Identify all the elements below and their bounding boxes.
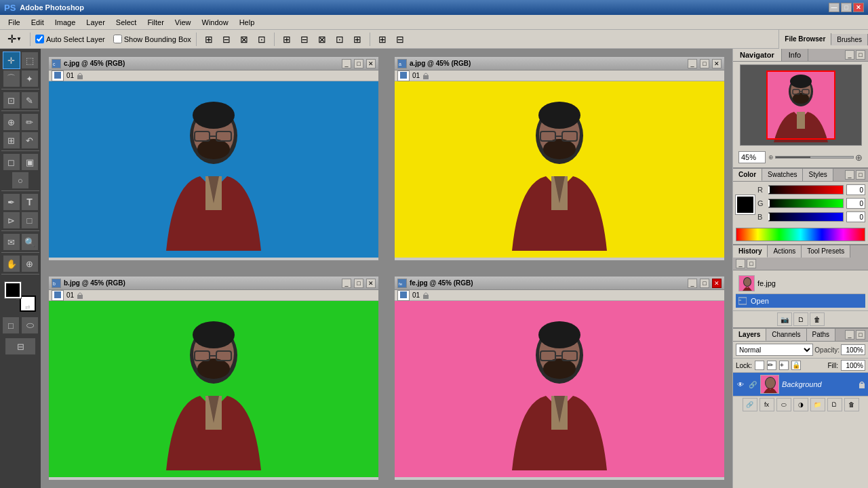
navigator-tab[interactable]: Navigator <box>733 49 782 61</box>
menu-filter[interactable]: Filter <box>142 17 169 28</box>
distribute-btn-2[interactable]: ⊟ <box>393 32 408 47</box>
marquee-tool[interactable]: ⬚ <box>21 52 39 69</box>
tool-presets-tab[interactable]: Tool Presets <box>802 245 850 258</box>
magic-wand-tool[interactable]: ✦ <box>21 70 39 87</box>
zoom-tool[interactable]: ⊕ <box>21 255 39 272</box>
layers-minimize-btn[interactable]: _ <box>845 330 854 340</box>
nav-minimize-btn[interactable]: _ <box>845 50 854 60</box>
minimize-button[interactable]: — <box>829 3 840 12</box>
doc-close-b[interactable]: ✕ <box>366 279 376 288</box>
g-value[interactable] <box>846 198 865 209</box>
dodge-tool[interactable]: ○ <box>12 171 29 189</box>
layer-visibility-btn[interactable]: 👁 <box>736 380 745 389</box>
new-layer-btn[interactable]: 🗋 <box>827 398 842 411</box>
menu-window[interactable]: Window <box>197 17 234 28</box>
heal-tool[interactable]: ⊕ <box>3 113 20 131</box>
fg-color-picker[interactable] <box>736 195 755 214</box>
layer-mode-select[interactable]: Normal Multiply Screen Overlay <box>736 344 813 356</box>
maximize-button[interactable]: □ <box>841 3 852 12</box>
align-btn-5[interactable]: ⊞ <box>350 32 365 47</box>
show-bounding-box-label[interactable]: Show Bounding Box <box>113 35 191 43</box>
swatches-tab[interactable]: Swatches <box>762 169 803 181</box>
layer-folder-btn[interactable]: 📁 <box>810 398 825 411</box>
doc-minimize-fe[interactable]: _ <box>688 279 697 288</box>
r-slider-thumb[interactable] <box>768 186 770 193</box>
notes-tool[interactable]: ✉ <box>3 233 20 251</box>
close-button[interactable]: ✕ <box>853 3 864 12</box>
standard-mode-btn[interactable]: □ <box>2 317 20 334</box>
channels-tab[interactable]: Channels <box>766 329 806 341</box>
distribute-btn-1[interactable]: ⊞ <box>375 32 390 47</box>
eyedropper-tool[interactable]: ✎ <box>21 92 39 109</box>
doc-restore-a[interactable]: □ <box>700 59 709 68</box>
create-doc-btn[interactable]: 🗋 <box>793 312 808 326</box>
menu-file[interactable]: File <box>3 17 26 28</box>
transform-btn-3[interactable]: ⊠ <box>237 32 252 47</box>
hand-tool[interactable]: ✋ <box>3 255 20 272</box>
file-browser-tab[interactable]: File Browser <box>779 33 831 45</box>
layer-mask-btn[interactable]: ⬭ <box>776 398 791 411</box>
layer-adjustment-btn[interactable]: ◑ <box>793 398 808 411</box>
lock-all-btn[interactable]: 🔒 <box>791 361 801 370</box>
doc-minimize-b[interactable]: _ <box>342 279 351 288</box>
doc-restore-b[interactable]: □ <box>354 279 363 288</box>
pen-tool[interactable]: ✒ <box>3 193 20 211</box>
auto-select-layer-label[interactable]: Auto Select Layer <box>35 35 105 43</box>
quick-mask-btn[interactable]: ⬭ <box>21 317 39 334</box>
history-tab[interactable]: History <box>733 245 768 258</box>
auto-select-checkbox[interactable] <box>35 35 44 43</box>
move-tool-icon[interactable]: ✛▼ <box>4 32 25 47</box>
doc-close-c[interactable]: ✕ <box>366 59 376 68</box>
actions-tab[interactable]: Actions <box>768 245 802 258</box>
doc-restore-c[interactable]: □ <box>354 59 363 68</box>
swap-colors-icon[interactable]: ⇄ <box>25 304 31 310</box>
new-snapshot-btn[interactable]: 📷 <box>777 312 792 326</box>
doc-close-fe[interactable]: ✕ <box>712 279 722 288</box>
screen-mode-btn[interactable]: ⊟ <box>5 338 36 355</box>
brushes-tab[interactable]: Brushes <box>831 34 868 45</box>
align-btn-1[interactable]: ⊞ <box>279 32 294 47</box>
color-tab[interactable]: Color <box>733 169 762 181</box>
lock-transparency-btn[interactable] <box>755 361 764 370</box>
brush-tool[interactable]: ✏ <box>21 113 39 131</box>
doc-restore-fe[interactable]: □ <box>700 279 709 288</box>
show-bounding-box-checkbox[interactable] <box>113 35 122 43</box>
stamp-tool[interactable]: ⊞ <box>3 131 20 149</box>
align-btn-4[interactable]: ⊡ <box>332 32 347 47</box>
text-tool[interactable]: T <box>21 193 39 211</box>
fill-input[interactable] <box>841 360 865 371</box>
r-value[interactable] <box>846 184 865 195</box>
paths-tab[interactable]: Paths <box>807 329 836 341</box>
shape-tool[interactable]: □ <box>21 211 39 229</box>
layers-tab[interactable]: Layers <box>733 329 766 341</box>
menu-image[interactable]: Image <box>50 17 81 28</box>
foreground-color-swatch[interactable] <box>5 282 21 298</box>
lock-pixels-btn[interactable]: ✏ <box>767 361 776 370</box>
delete-history-btn[interactable]: 🗑 <box>810 312 825 326</box>
move-tool[interactable]: ✛ <box>3 52 20 69</box>
history-brush-tool[interactable]: ↶ <box>21 131 39 149</box>
transform-btn-2[interactable]: ⊟ <box>219 32 234 47</box>
nav-expand-btn[interactable]: □ <box>856 50 865 60</box>
menu-select[interactable]: Select <box>111 17 142 28</box>
align-btn-3[interactable]: ⊠ <box>315 32 330 47</box>
history-minimize-btn[interactable]: _ <box>736 259 745 268</box>
lasso-tool[interactable]: ⌒ <box>3 70 20 87</box>
menu-edit[interactable]: Edit <box>26 17 50 28</box>
layer-link-action-btn[interactable]: 🔗 <box>743 398 757 411</box>
lock-position-btn[interactable]: + <box>779 361 789 370</box>
gradient-tool[interactable]: ▣ <box>21 153 39 171</box>
layer-item-background[interactable]: 👁 🔗 Background <box>733 373 868 396</box>
doc-close-a[interactable]: ✕ <box>712 59 722 68</box>
doc-minimize-c[interactable]: _ <box>342 59 351 68</box>
align-btn-2[interactable]: ⊟ <box>297 32 312 47</box>
g-slider-thumb[interactable] <box>768 200 770 207</box>
eyedrop-color-tool[interactable]: 🔍 <box>21 233 39 251</box>
layer-link-btn[interactable]: 🔗 <box>748 380 757 389</box>
info-tab[interactable]: Info <box>782 49 808 61</box>
layers-expand-btn[interactable]: □ <box>856 330 865 340</box>
color-spectrum-bar[interactable] <box>736 228 865 241</box>
menu-help[interactable]: Help <box>234 17 260 28</box>
transform-btn-4[interactable]: ⊡ <box>254 32 269 47</box>
crop-tool[interactable]: ⊡ <box>3 92 20 109</box>
